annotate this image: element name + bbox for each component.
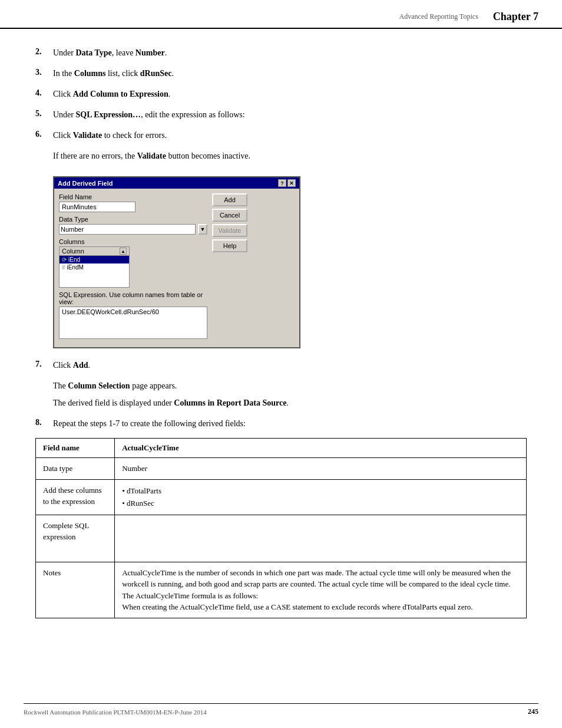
data-type-input[interactable] bbox=[59, 224, 196, 235]
columns-label: Columns bbox=[59, 238, 207, 245]
dialog-help-action-btn[interactable]: Help bbox=[212, 239, 247, 252]
derived-fields-table: Field name ActualCycleTime Data type Num… bbox=[35, 438, 527, 618]
col-iEnd-icon: ⟳ bbox=[62, 256, 67, 263]
step-7-sub1: The Column Selection page appears. bbox=[53, 380, 527, 392]
table-cell-sql-label: Complete SQL expression bbox=[36, 515, 115, 562]
table-col1-header: Field name bbox=[36, 439, 115, 458]
col-scroll-btn[interactable]: ▲ bbox=[120, 248, 127, 255]
sql-row: SQL Expression. Use column names from ta… bbox=[59, 291, 207, 339]
data-type-dropdown-btn[interactable]: ▼ bbox=[198, 224, 207, 235]
step-6-text: Click Validate to check for errors. bbox=[53, 129, 527, 141]
step-3-text: In the Columns list, click dRunSec. bbox=[53, 67, 527, 80]
step-4-num: 4. bbox=[35, 88, 53, 98]
col-item-iEnd[interactable]: ⟳ iEnd bbox=[59, 256, 129, 263]
field-name-input[interactable] bbox=[59, 202, 135, 212]
step-8: 8. Repeat the steps 1-7 to create the fo… bbox=[35, 417, 527, 430]
step-7: 7. Click Add. bbox=[35, 359, 527, 371]
step-8-num: 8. bbox=[35, 417, 53, 427]
sql-label: SQL Expression. Use column names from ta… bbox=[59, 291, 207, 305]
step-5-text: Under SQL Expression…, edit the expressi… bbox=[53, 108, 527, 121]
table-cell-notes-label: Notes bbox=[36, 562, 115, 618]
columns-listbox[interactable]: Column ▲ ⟳ iEnd # iEndM bbox=[59, 246, 130, 288]
step-6-sub: If there are no errors, the Validate but… bbox=[35, 150, 527, 162]
table-row-sql: Complete SQL expression bbox=[36, 515, 527, 562]
step-2-num: 2. bbox=[35, 47, 53, 57]
dialog-title: Add Derived Field bbox=[58, 180, 113, 187]
list-item-dtotalparts: dTotalParts bbox=[122, 485, 519, 498]
table-row-datatype: Data type Number bbox=[36, 458, 527, 480]
data-type-label: Data Type bbox=[59, 216, 207, 223]
header-section-title: Advanced Reporting Topics bbox=[399, 12, 478, 21]
step-6-num: 6. bbox=[35, 129, 53, 139]
field-name-row: Field Name bbox=[59, 193, 207, 212]
step-3: 3. In the Columns list, click dRunSec. bbox=[35, 67, 527, 80]
step-7-sub2: The derived field is displayed under Col… bbox=[53, 397, 527, 409]
footer-page-number: 245 bbox=[528, 707, 538, 716]
add-derived-field-dialog: Add Derived Field ? ✕ Field Name Data Ty… bbox=[53, 176, 300, 348]
footer-publication: Rockwell Automation Publication PLTMT-UM… bbox=[24, 709, 207, 716]
col-item-iEndM[interactable]: # iEndM bbox=[59, 263, 129, 271]
dialog-body: Field Name Data Type ▼ Columns bbox=[54, 189, 299, 347]
step-2: 2. Under Data Type, leave Number. bbox=[35, 47, 527, 59]
columns-list: dTotalParts dRunSec bbox=[122, 485, 519, 510]
dialog-cancel-btn[interactable]: Cancel bbox=[212, 209, 247, 222]
step-4-text: Click Add Column to Expression. bbox=[53, 88, 527, 100]
col-iEndM-icon: # bbox=[62, 264, 65, 271]
step-4: 4. Click Add Column to Expression. bbox=[35, 88, 527, 100]
data-type-row: Data Type ▼ bbox=[59, 216, 207, 235]
step-7-text: Click Add. bbox=[53, 359, 527, 371]
page-footer: Rockwell Automation Publication PLTMT-UM… bbox=[24, 703, 538, 716]
columns-row: Columns Column ▲ ⟳ iEnd bbox=[59, 238, 207, 288]
dialog-close-btn[interactable]: ✕ bbox=[287, 179, 296, 187]
header-separator bbox=[483, 12, 488, 21]
table-cell-columns-value: dTotalParts dRunSec bbox=[115, 479, 527, 515]
field-name-label: Field Name bbox=[59, 193, 207, 200]
step-5: 5. Under SQL Expression…, edit the expre… bbox=[35, 108, 527, 121]
step-6-subtext: If there are no errors, the Validate but… bbox=[53, 150, 527, 162]
table-row-notes: Notes ActualCycleTime is the number of s… bbox=[36, 562, 527, 618]
step-6: 6. Click Validate to check for errors. bbox=[35, 129, 527, 141]
notes-text: ActualCycleTime is the number of seconds… bbox=[122, 568, 511, 612]
list-item-drunsec: dRunSec bbox=[122, 497, 519, 510]
table-col2-header: ActualCycleTime bbox=[115, 439, 527, 458]
table-cell-datatype-value: Number bbox=[115, 458, 527, 480]
step-8-text: Repeat the steps 1-7 to create the follo… bbox=[53, 417, 527, 430]
dialog-validate-btn[interactable]: Validate bbox=[212, 224, 247, 237]
step-2-text: Under Data Type, leave Number. bbox=[53, 47, 527, 59]
step-5-num: 5. bbox=[35, 108, 53, 118]
data-type-select-row: ▼ bbox=[59, 224, 207, 235]
sql-expression-box[interactable]: User.DEEQWorkCell.dRunSec/60 bbox=[59, 307, 207, 339]
dialog-right-panel: Add Cancel Validate Help bbox=[212, 193, 295, 342]
step-3-num: 3. bbox=[35, 67, 53, 77]
header-chapter: Chapter 7 bbox=[493, 11, 538, 23]
table-header-row: Field name ActualCycleTime bbox=[36, 439, 527, 458]
table-cell-notes-value: ActualCycleTime is the number of seconds… bbox=[115, 562, 527, 618]
col-header: Column ▲ bbox=[59, 247, 129, 256]
dialog-left-panel: Field Name Data Type ▼ Columns bbox=[59, 193, 207, 342]
table-cell-columns-label: Add these columns to the expression bbox=[36, 479, 115, 515]
dialog-help-btn[interactable]: ? bbox=[278, 179, 286, 187]
col-iEnd-label: iEnd bbox=[68, 256, 80, 263]
table-row-columns: Add these columns to the expression dTot… bbox=[36, 479, 527, 515]
dialog-titlebar: Add Derived Field ? ✕ bbox=[54, 177, 299, 189]
step-7-num: 7. bbox=[35, 359, 53, 369]
page-header: Advanced Reporting Topics Chapter 7 bbox=[0, 0, 562, 29]
table-cell-datatype-label: Data type bbox=[36, 458, 115, 480]
col-iEndM-label: iEndM bbox=[67, 264, 84, 271]
main-content: 2. Under Data Type, leave Number. 3. In … bbox=[0, 29, 562, 642]
page: Advanced Reporting Topics Chapter 7 2. U… bbox=[0, 0, 562, 728]
dialog-titlebar-buttons: ? ✕ bbox=[278, 179, 296, 187]
dialog-add-btn[interactable]: Add bbox=[212, 193, 247, 206]
col-header-label: Column bbox=[62, 248, 84, 255]
dialog-container: Add Derived Field ? ✕ Field Name Data Ty… bbox=[53, 176, 300, 348]
table-cell-sql-value bbox=[115, 515, 527, 562]
step-7-sub: The Column Selection page appears. The d… bbox=[35, 380, 527, 409]
